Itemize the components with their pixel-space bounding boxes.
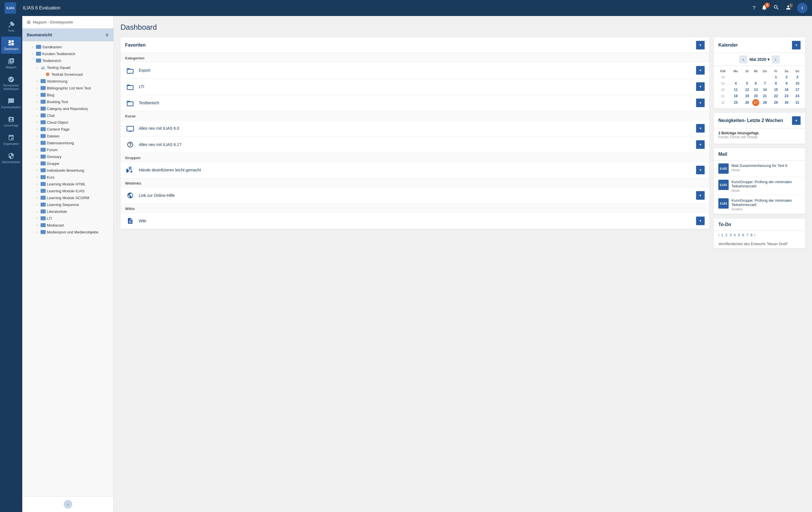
- cal-day-cell[interactable]: 12: [742, 87, 752, 93]
- tree-item-dateien[interactable]: › Dateien: [22, 133, 113, 139]
- tree-item-content-page[interactable]: › Content Page: [22, 126, 113, 133]
- tree-item-testing-squad[interactable]: › Testing Squad: [22, 64, 113, 71]
- todo-prev-btn[interactable]: ‹: [718, 233, 720, 237]
- cal-prev-btn[interactable]: ‹: [739, 55, 747, 63]
- favoriten-dropdown-btn[interactable]: ▾: [696, 41, 705, 49]
- tree-item-testbereich[interactable]: › Testbereich: [22, 57, 113, 64]
- cal-day-cell[interactable]: 22: [771, 93, 781, 99]
- cal-day-cell[interactable]: 29: [771, 99, 781, 106]
- logo[interactable]: ILIAS: [5, 2, 16, 14]
- sidebar-item-lernerfolge[interactable]: Lernerfolge: [1, 113, 21, 130]
- alles-neu-61-dropdown-btn[interactable]: ▾: [696, 140, 705, 149]
- cal-next-btn[interactable]: ›: [772, 55, 780, 63]
- tree-header[interactable]: Baumansicht ∨: [22, 29, 113, 41]
- todo-page-7[interactable]: 7: [746, 233, 748, 237]
- tree-item-learning-module-ilias[interactable]: › Learning Module ILIAS: [22, 187, 113, 194]
- cal-day-cell[interactable]: 20: [752, 93, 759, 99]
- cal-day-cell[interactable]: [752, 74, 759, 80]
- tree-item-literaturliste[interactable]: › Literaturliste: [22, 208, 113, 215]
- todo-page-8[interactable]: 8: [751, 233, 753, 237]
- todo-next-btn[interactable]: ›: [754, 233, 755, 237]
- notification-icon[interactable]: 3: [761, 4, 767, 12]
- cal-day-cell[interactable]: 18: [730, 93, 742, 99]
- tree-item-medienpool[interactable]: › Medienpool und Medienobjekte: [22, 228, 113, 236]
- mail-item-1[interactable]: ILIAS Mail-Zusammenfassung für Test 6 He…: [714, 161, 805, 177]
- cal-day-cell[interactable]: 4: [730, 80, 742, 87]
- tree-item-booking-tool[interactable]: › Booking Tool: [22, 98, 113, 105]
- export-dropdown-btn[interactable]: ▾: [696, 66, 705, 75]
- sidebar-item-organisation[interactable]: Organisation: [1, 131, 21, 149]
- tree-item-bibliographic[interactable]: › Bibliographic List Item Test: [22, 85, 113, 91]
- search-icon[interactable]: [773, 4, 779, 12]
- help-icon[interactable]: ?: [753, 5, 755, 11]
- sidebar-item-administration[interactable]: Administration: [1, 150, 21, 167]
- cal-day-cell[interactable]: 23: [781, 93, 792, 99]
- tree-item-learning-sequence[interactable]: › Learning Sequence: [22, 201, 113, 208]
- cal-day-cell[interactable]: 26: [742, 99, 752, 106]
- user-icon[interactable]: 2: [785, 4, 791, 12]
- cal-day-cell[interactable]: 16: [781, 87, 792, 93]
- mail-item-2[interactable]: ILIAS Kurs/Gruppe: Prüfung der minimalen…: [714, 177, 805, 195]
- cal-day-cell[interactable]: 15: [771, 87, 781, 93]
- tree-item-testrail-screencast[interactable]: › Testrail Screencast: [22, 71, 113, 78]
- cal-day-cell[interactable]: 13: [752, 87, 759, 93]
- cal-day-cell[interactable]: 30: [781, 99, 792, 106]
- tree-item-glossary[interactable]: › Glossary: [22, 153, 113, 160]
- testbereich-dropdown-btn[interactable]: ▾: [696, 99, 705, 107]
- tree-item-chat[interactable]: › Chat: [22, 112, 113, 119]
- sidebar-item-magazin[interactable]: Magazin: [1, 55, 21, 72]
- cal-day-cell[interactable]: 31: [792, 99, 803, 106]
- cal-day-cell[interactable]: 7: [759, 80, 771, 87]
- cal-day-cell[interactable]: [759, 74, 771, 80]
- tree-item-individuelle-bewertung[interactable]: › Individuelle Bewertung: [22, 167, 113, 174]
- todo-page-3[interactable]: 3: [729, 233, 731, 237]
- todo-page-5[interactable]: 5: [738, 233, 740, 237]
- todo-page-6[interactable]: 6: [742, 233, 744, 237]
- haende-dropdown-btn[interactable]: ▾: [696, 166, 705, 174]
- tree-item-sandkasten[interactable]: › Sandkasten: [22, 44, 113, 50]
- cal-day-cell[interactable]: 21: [759, 93, 771, 99]
- cal-day-cell[interactable]: 24: [792, 93, 803, 99]
- cal-day-cell[interactable]: 2: [781, 74, 792, 80]
- cal-day-cell[interactable]: 17: [792, 87, 803, 93]
- tree-item-forum[interactable]: › Forum: [22, 146, 113, 153]
- cal-day-cell[interactable]: 11: [730, 87, 742, 93]
- kalender-dropdown-btn[interactable]: ▾: [792, 41, 801, 49]
- todo-page-2[interactable]: 2: [725, 233, 727, 237]
- cal-day-cell[interactable]: 10: [792, 80, 803, 87]
- tree-item-category-repository[interactable]: › Category and Repository: [22, 105, 113, 112]
- tree-item-cloud-object[interactable]: › Cloud Object: [22, 119, 113, 126]
- tree-item-abstimmung[interactable]: › Abstimmung: [22, 78, 113, 85]
- sidebar-item-dashboard[interactable]: Dashboard: [1, 36, 21, 54]
- lti-dropdown-btn[interactable]: ▾: [696, 82, 705, 91]
- tree-collapse-btn[interactable]: ‹: [64, 500, 72, 509]
- cal-day-cell[interactable]: 6: [752, 80, 759, 87]
- tree-item-blog[interactable]: › Blog: [22, 91, 113, 98]
- wiki-dropdown-btn[interactable]: ▾: [696, 217, 705, 225]
- mail-item-3[interactable]: ILIAS Kurs/Gruppe: Prüfung der minimalen…: [714, 195, 805, 214]
- tree-item-gruppe[interactable]: › Gruppe: [22, 160, 113, 167]
- cal-day-cell[interactable]: [730, 74, 742, 80]
- tree-item-kurs[interactable]: › Kurs: [22, 174, 113, 181]
- cal-day-cell[interactable]: 28: [759, 99, 771, 106]
- cal-day-cell[interactable]: 27: [752, 99, 759, 106]
- cal-day-cell[interactable]: 9: [781, 80, 792, 87]
- sidebar-item-kommunikation[interactable]: Kommunikation: [1, 95, 21, 112]
- todo-page-1[interactable]: 1: [721, 233, 723, 237]
- tree-item-datensammlung[interactable]: › Datensammlung: [22, 139, 113, 146]
- cal-day-cell[interactable]: 14: [759, 87, 771, 93]
- tree-item-learning-module-scorm[interactable]: › Learning Module SCORM: [22, 194, 113, 201]
- tree-item-kunden-testbereich[interactable]: › Kunden-Testbereich: [22, 50, 113, 57]
- tree-item-mediacast[interactable]: › Mediacast: [22, 222, 113, 228]
- cal-day-cell[interactable]: 5: [742, 80, 752, 87]
- tree-item-learning-module-html[interactable]: › Learning Module HTML: [22, 181, 113, 187]
- avatar[interactable]: I: [797, 3, 807, 13]
- cal-day-cell[interactable]: 8: [771, 80, 781, 87]
- cal-day-cell[interactable]: [742, 74, 752, 80]
- sidebar-item-personal[interactable]: Persönlicher Arbeitsraum: [1, 73, 21, 94]
- alles-neu-6-dropdown-btn[interactable]: ▾: [696, 124, 705, 133]
- todo-page-4[interactable]: 4: [734, 233, 736, 237]
- sidebar-item-tools[interactable]: Tools: [1, 18, 21, 35]
- tree-item-lti[interactable]: › LTI: [22, 215, 113, 222]
- cal-month[interactable]: Mai 2020 ▾: [750, 57, 769, 62]
